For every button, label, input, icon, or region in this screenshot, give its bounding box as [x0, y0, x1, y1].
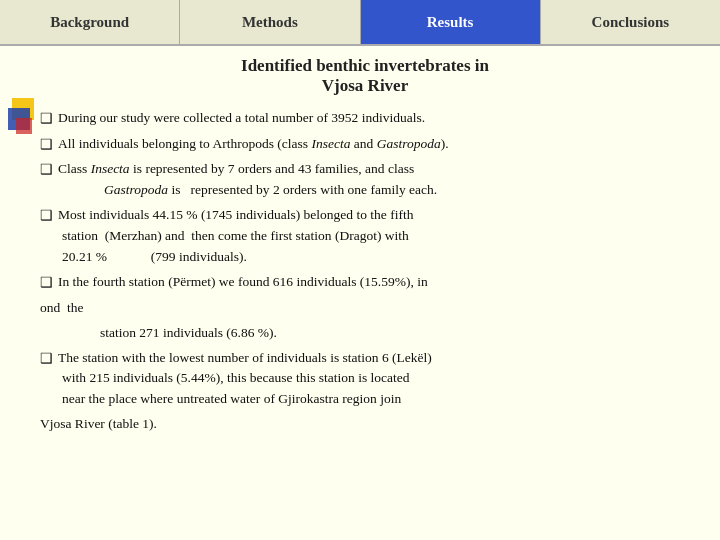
bullet-item-6: ❑ The station with the lowest number of …: [40, 348, 700, 411]
nav-background[interactable]: Background: [0, 0, 180, 44]
nav-methods[interactable]: Methods: [180, 0, 360, 44]
main-content: Identified benthic invertebrates in Vjos…: [0, 46, 720, 540]
bullet-item-1: ❑ During our study were collected a tota…: [40, 108, 700, 130]
navigation-bar: Background Methods Results Conclusions: [0, 0, 720, 46]
nav-conclusions[interactable]: Conclusions: [541, 0, 720, 44]
bullet-item-3: ❑ Class Insecta is represented by 7 orde…: [40, 159, 700, 201]
decorative-squares: [8, 98, 44, 134]
content-body: ❑ During our study were collected a tota…: [30, 108, 700, 435]
bullet-item-5: ❑ In the fourth station (Përmet) we foun…: [40, 272, 700, 294]
nav-results[interactable]: Results: [361, 0, 541, 44]
page-title: Identified benthic invertebrates in Vjos…: [30, 56, 700, 96]
bullet-item-4: ❑ Most individuals 44.15 % (1745 individ…: [40, 205, 700, 268]
red-square: [16, 118, 32, 134]
cutoff-text: Vjosa River (table 1).: [40, 414, 700, 435]
bullet-item-2: ❑ All individuals belonging to Arthropod…: [40, 134, 700, 156]
